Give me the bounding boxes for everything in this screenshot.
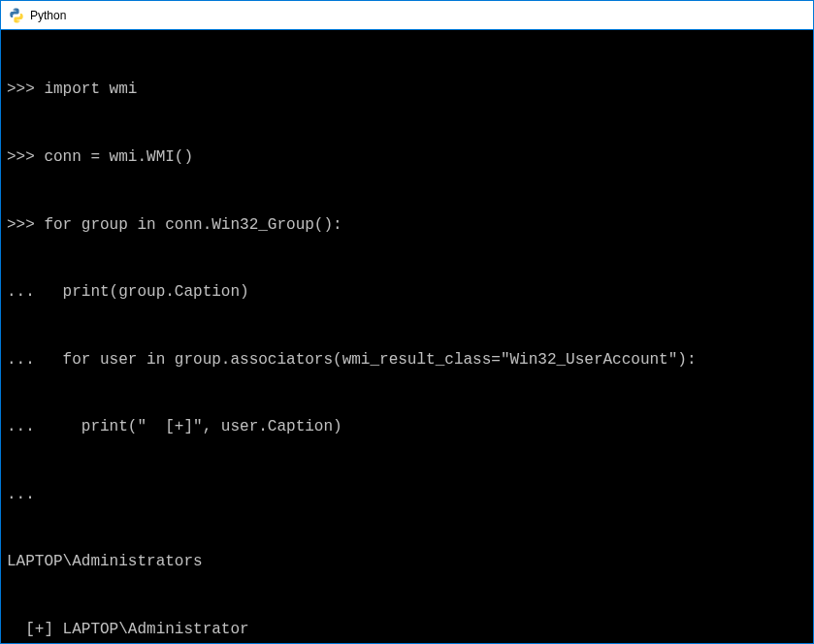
python-icon (9, 8, 24, 23)
terminal-line: ... for user in group.associators(wmi_re… (7, 349, 807, 371)
terminal-line: ... print(group.Caption) (7, 281, 807, 304)
terminal-line: LAPTOP\Administrators (7, 551, 807, 573)
terminal-line: ... print(" [+]", user.Caption) (7, 416, 807, 438)
terminal-line: >>> conn = wmi.WMI() (7, 146, 807, 169)
terminal-output[interactable]: >>> import wmi >>> conn = wmi.WMI() >>> … (1, 30, 813, 644)
terminal-line: >>> for group in conn.Win32_Group(): (7, 214, 807, 237)
terminal-line: [+] LAPTOP\Administrator (7, 619, 807, 641)
window-title-bar[interactable]: Python (1, 1, 813, 30)
terminal-line: >>> import wmi (7, 79, 807, 101)
terminal-line: ... (7, 484, 807, 506)
window-title: Python (30, 9, 66, 22)
